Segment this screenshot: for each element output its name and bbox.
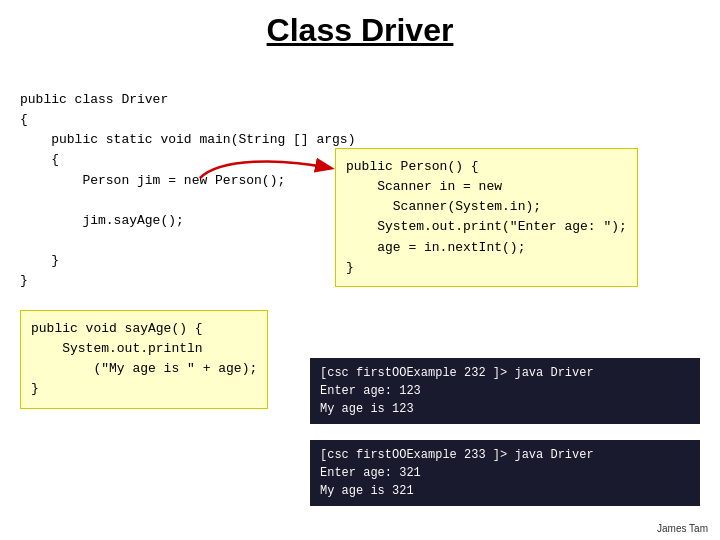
page-title: Class Driver <box>0 12 720 49</box>
main-code-block: public class Driver { public static void… <box>20 90 355 291</box>
terminal-output-1: [csc firstOOExample 232 ]> java Driver E… <box>310 358 700 424</box>
say-age-method-box: public void sayAge() { System.out.printl… <box>20 310 268 409</box>
terminal-output-2: [csc firstOOExample 233 ]> java Driver E… <box>310 440 700 506</box>
person-constructor-popup: public Person() { Scanner in = new Scann… <box>335 148 638 287</box>
author-label: James Tam <box>657 523 708 534</box>
